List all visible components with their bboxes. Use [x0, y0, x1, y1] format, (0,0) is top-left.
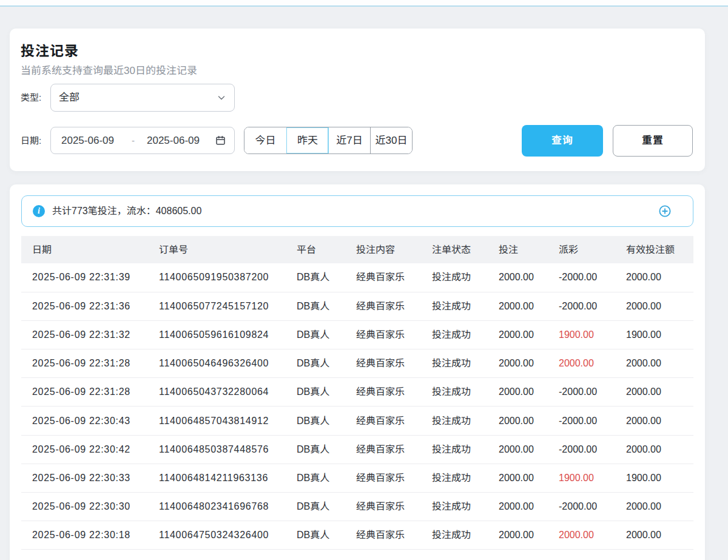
column-header: 注单状态 — [421, 236, 488, 263]
cell-order-no: 1140064802341696768 — [148, 493, 286, 521]
type-label: 类型: — [21, 92, 50, 103]
cell-status: 投注成功 — [421, 493, 488, 521]
cell-platform: DB真人 — [286, 378, 345, 407]
column-header: 投注内容 — [345, 236, 421, 263]
cell-bet-content: 经典百家乐 — [345, 378, 421, 407]
date-label: 日期: — [21, 135, 50, 146]
table-row: 2025-06-09 22:31:28 1140065046496326400 … — [21, 349, 693, 378]
column-header: 派彩 — [548, 236, 615, 263]
top-navigation-edge — [0, 0, 728, 7]
column-header: 投注 — [488, 236, 548, 263]
cell-status: 投注成功 — [421, 435, 488, 464]
cell-bet-content: 经典百家乐 — [345, 320, 421, 349]
cell-bet-amount: 2000.00 — [488, 263, 548, 292]
cell-status: 投注成功 — [421, 292, 488, 320]
filter-panel: 投注记录 当前系统支持查询最近30日的投注记录 类型: 全部 日期: 2025-… — [10, 29, 705, 171]
cell-status: 投注成功 — [421, 263, 488, 292]
date-range-picker[interactable]: 2025-06-09 - 2025-06-09 — [50, 127, 235, 154]
date-end-value[interactable]: 2025-06-09 — [147, 135, 205, 147]
cell-order-no: 1140065059616109824 — [148, 320, 286, 349]
cell-order-no: 1140065043732280064 — [148, 378, 286, 407]
cell-order-no: 1140064750324326400 — [148, 521, 286, 550]
date-range-separator: - — [120, 135, 147, 146]
cell-platform: DB真人 — [286, 493, 345, 521]
cell-status: 投注成功 — [421, 407, 488, 435]
cell-bet-content: 经典百家乐 — [345, 464, 421, 492]
cell-payout: 2000.00 — [548, 521, 615, 550]
calendar-icon — [215, 135, 226, 146]
cell-platform: DB真人 — [286, 521, 345, 550]
table-row: 2025-06-09 22:30:43 1140064857043814912 … — [21, 407, 693, 435]
quick-range-last7days-button[interactable]: 近7日 — [328, 127, 370, 153]
table-row: 2025-06-09 22:30:33 1140064814211963136 … — [21, 464, 693, 492]
table-header-row: 日期 订单号 平台 投注内容 注单状态 投注 派彩 有效投注额 — [21, 236, 693, 263]
cell-valid-bet: 2000.00 — [615, 378, 693, 407]
cell-valid-bet: 2000.00 — [615, 521, 693, 550]
cell-bet-amount: 2000.00 — [488, 464, 548, 492]
cell-bet-content: 经典百家乐 — [345, 349, 421, 378]
table-row: 2025-06-09 22:30:30 1140064802341696768 … — [21, 493, 693, 521]
cell-bet-amount: 2000.00 — [488, 521, 548, 550]
cell-platform: DB真人 — [286, 263, 345, 292]
date-start-value[interactable]: 2025-06-09 — [61, 135, 120, 147]
cell-status: 投注成功 — [421, 320, 488, 349]
quick-range-group: 今日 昨天 近7日 近30日 — [244, 127, 413, 154]
cell-bet-amount: 2000.00 — [488, 407, 548, 435]
cell-payout: -2000.00 — [548, 292, 615, 320]
cell-bet-content: 经典百家乐 — [345, 435, 421, 464]
cell-bet-amount: 2000.00 — [488, 349, 548, 378]
cell-valid-bet: 2000.00 — [615, 263, 693, 292]
cell-order-no: 1140064850387448576 — [148, 435, 286, 464]
quick-range-today-button[interactable]: 今日 — [244, 127, 286, 153]
table-row: 2025-06-09 22:31:36 1140065077245157120 … — [21, 292, 693, 320]
circle-plus-icon[interactable] — [659, 205, 671, 217]
cell-valid-bet: 2000.00 — [615, 349, 693, 378]
cell-valid-bet: 1900.00 — [615, 320, 693, 349]
column-header: 日期 — [21, 236, 148, 263]
cell-platform: DB真人 — [286, 320, 345, 349]
cell-valid-bet: 2000.00 — [615, 292, 693, 320]
cell-payout: -2000.00 — [548, 263, 615, 292]
cell-date: 2025-06-09 22:30:18 — [21, 521, 148, 550]
cell-date: 2025-06-09 22:31:32 — [21, 320, 148, 349]
cell-platform: DB真人 — [286, 464, 345, 492]
cell-bet-amount: 2000.00 — [488, 435, 548, 464]
table-row: 2025-06-09 22:31:39 1140065091950387200 … — [21, 263, 693, 292]
reset-button[interactable]: 重置 — [613, 125, 693, 157]
cell-order-no: 1140065077245157120 — [148, 292, 286, 320]
cell-date: 2025-06-09 22:30:43 — [21, 407, 148, 435]
cell-bet-content: 经典百家乐 — [345, 521, 421, 550]
column-header: 订单号 — [148, 236, 286, 263]
type-select[interactable]: 全部 — [50, 84, 235, 112]
cell-status: 投注成功 — [421, 464, 488, 492]
cell-date: 2025-06-09 22:30:33 — [21, 464, 148, 492]
cell-bet-amount: 2000.00 — [488, 493, 548, 521]
cell-payout: 1900.00 — [548, 320, 615, 349]
cell-bet-amount: 2000.00 — [488, 292, 548, 320]
search-button[interactable]: 查询 — [522, 125, 603, 157]
cell-order-no: 1140064814211963136 — [148, 464, 286, 492]
info-icon: i — [33, 205, 45, 217]
cell-payout: -2000.00 — [548, 378, 615, 407]
table-row: 2025-06-09 22:30:18 1140064750324326400 … — [21, 521, 693, 550]
cell-payout: 2000.00 — [548, 349, 615, 378]
quick-range-yesterday-button[interactable]: 昨天 — [286, 127, 328, 153]
cell-payout: -2000.00 — [548, 435, 615, 464]
cell-platform: DB真人 — [286, 407, 345, 435]
cell-bet-content: 经典百家乐 — [345, 292, 421, 320]
cell-order-no: 1140065046496326400 — [148, 349, 286, 378]
cell-date: 2025-06-09 22:31:39 — [21, 263, 148, 292]
column-header: 平台 — [286, 236, 345, 263]
page-subtitle: 当前系统支持查询最近30日的投注记录 — [21, 64, 693, 78]
cell-payout: 1900.00 — [548, 464, 615, 492]
quick-range-last30days-button[interactable]: 近30日 — [370, 127, 412, 153]
cell-date: 2025-06-09 22:31:28 — [21, 349, 148, 378]
chevron-down-icon — [217, 93, 226, 102]
type-select-value: 全部 — [59, 92, 79, 104]
cell-status: 投注成功 — [421, 349, 488, 378]
cell-bet-amount: 2000.00 — [488, 378, 548, 407]
cell-status: 投注成功 — [421, 521, 488, 550]
cell-payout: -2000.00 — [548, 493, 615, 521]
cell-platform: DB真人 — [286, 349, 345, 378]
cell-bet-content: 经典百家乐 — [345, 407, 421, 435]
